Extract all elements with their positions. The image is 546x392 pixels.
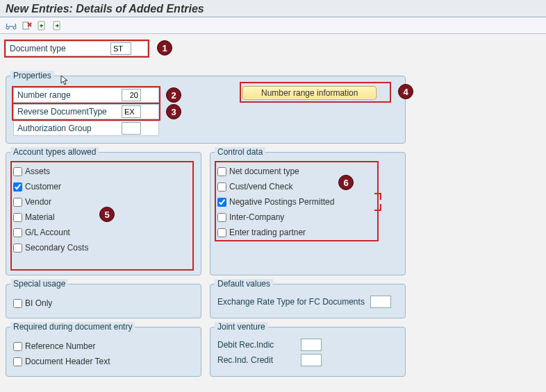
marker-4: 4 xyxy=(398,84,413,99)
marker-6: 6 xyxy=(338,175,354,190)
default-values-panel: Default values Exchange Rate Type for FC… xyxy=(210,284,406,318)
highlight-4 xyxy=(240,82,391,103)
ex-rate-label: Exchange Rate Type for FC Documents xyxy=(217,297,370,307)
rec-ind-credit-label: Rec.Ind. Credit xyxy=(217,355,301,365)
ref-number-checkbox[interactable] xyxy=(13,342,22,351)
toolbar xyxy=(0,17,546,34)
next-page-icon[interactable] xyxy=(51,20,63,31)
marker-1: 1 xyxy=(157,40,172,56)
joint-venture-title: Joint venture xyxy=(215,322,268,332)
marker-5: 5 xyxy=(99,207,115,222)
debit-rec-input[interactable] xyxy=(301,339,322,351)
corner-tr xyxy=(374,193,381,200)
rec-ind-credit-input[interactable] xyxy=(301,354,322,366)
marker-3: 3 xyxy=(166,104,181,119)
highlight-1 xyxy=(4,40,149,58)
properties-panel: Properties Number range 2 Number range i… xyxy=(6,76,406,144)
account-types-title: Account types allowed xyxy=(10,147,99,157)
delete-icon[interactable] xyxy=(21,20,32,31)
highlight-3 xyxy=(12,103,160,121)
auth-group-input[interactable] xyxy=(122,122,141,135)
cursor-icon xyxy=(60,75,69,86)
highlight-6 xyxy=(215,161,379,241)
debit-rec-label: Debit Rec.Indic xyxy=(217,340,301,350)
required-entry-panel: Required during document entry Reference… xyxy=(6,327,201,377)
account-types-panel: Account types allowed Assets Customer Ve… xyxy=(6,152,201,275)
default-values-title: Default values xyxy=(215,279,273,289)
prev-page-icon[interactable] xyxy=(36,20,47,31)
required-entry-title: Required during document entry xyxy=(10,322,135,332)
page-title: New Entries: Details of Added Entries xyxy=(0,0,546,17)
bi-only-checkbox[interactable] xyxy=(13,299,22,308)
special-usage-panel: Special usage BI Only xyxy=(6,284,201,318)
highlight-2 xyxy=(12,86,160,104)
ex-rate-input[interactable] xyxy=(370,296,391,308)
doc-header-checkbox[interactable] xyxy=(13,357,22,366)
glasses-icon[interactable] xyxy=(6,20,17,31)
doc-header-label: Document Header Text xyxy=(25,357,110,366)
corner-br xyxy=(374,204,381,211)
control-data-title: Control data xyxy=(215,147,265,157)
joint-venture-panel: Joint venture Debit Rec.Indic Rec.Ind. C… xyxy=(210,327,406,377)
control-data-panel: Control data Net document type Cust/vend… xyxy=(210,152,406,275)
bi-only-label: BI Only xyxy=(25,298,52,308)
special-usage-title: Special usage xyxy=(10,279,68,289)
auth-group-label: Authorization Group xyxy=(17,123,122,133)
ref-number-label: Reference Number xyxy=(25,341,95,351)
marker-2: 2 xyxy=(166,87,181,103)
properties-title: Properties xyxy=(10,71,54,80)
